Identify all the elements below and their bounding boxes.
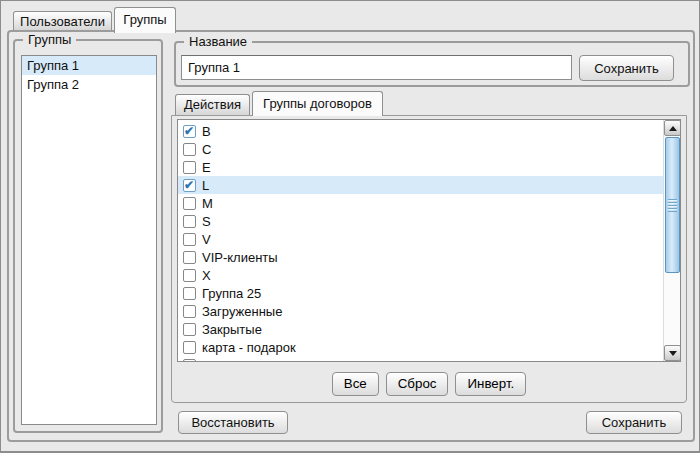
reset-selection-button[interactable]: Сброс	[386, 372, 449, 396]
checkbox-icon[interactable]	[183, 143, 196, 156]
checkbox-icon[interactable]	[183, 179, 196, 192]
checkbox-icon[interactable]	[183, 287, 196, 300]
contract-group-row[interactable]: L	[178, 176, 663, 194]
contract-group-row[interactable]	[178, 356, 663, 361]
tab-users[interactable]: Пользователи	[13, 11, 112, 30]
scrollbar-track[interactable]	[663, 120, 680, 361]
tab-groups[interactable]: Группы	[114, 7, 176, 33]
contract-group-row[interactable]: Группа 25	[178, 284, 663, 302]
checkbox-icon[interactable]	[183, 341, 196, 354]
group-list-item[interactable]: Группа 1	[22, 56, 156, 75]
checkbox-icon[interactable]	[183, 161, 196, 174]
checkbox-icon[interactable]	[183, 305, 196, 318]
invert-selection-button[interactable]: Инверт.	[455, 372, 526, 396]
save-button[interactable]: Сохранить	[586, 411, 682, 434]
contract-group-label: E	[202, 160, 211, 175]
groups-groupbox-title: Группы	[23, 32, 76, 48]
contract-groups-list: BCELMSVVIP-клиентыXГруппа 25ЗагруженныеЗ…	[177, 119, 681, 362]
contract-group-row[interactable]: Закрытые	[178, 320, 663, 338]
arrow-down-icon	[669, 351, 677, 356]
tab-contract-groups[interactable]: Группы договоров	[252, 91, 383, 116]
contract-group-label: V	[202, 232, 211, 247]
checkbox-icon[interactable]	[183, 215, 196, 228]
arrow-up-icon	[669, 126, 677, 131]
select-all-button[interactable]: Все	[332, 372, 379, 396]
scrollbar-grip-icon	[668, 199, 677, 212]
contract-group-label: B	[202, 124, 211, 139]
selection-actions: Все Сброс Инверт.	[171, 372, 687, 396]
contract-group-row[interactable]: V	[178, 230, 663, 248]
contract-group-label: L	[202, 178, 209, 193]
contract-group-row[interactable]: B	[178, 122, 663, 140]
contract-group-label: S	[202, 214, 211, 229]
contract-group-label: Загруженные	[202, 304, 282, 319]
groups-list[interactable]: Группа 1Группа 2	[21, 55, 157, 425]
contract-group-row[interactable]: VIP-клиенты	[178, 248, 663, 266]
contract-group-label: X	[202, 268, 211, 283]
checkbox-icon[interactable]	[183, 269, 196, 282]
checkbox-icon[interactable]	[183, 323, 196, 336]
save-name-button[interactable]: Сохранить	[579, 55, 674, 81]
tab-actions[interactable]: Действия	[175, 94, 250, 115]
checkbox-icon[interactable]	[183, 233, 196, 246]
contract-group-row[interactable]: карта - подарок	[178, 338, 663, 356]
contract-group-row[interactable]: C	[178, 140, 663, 158]
contract-group-row[interactable]: M	[178, 194, 663, 212]
checkbox-icon[interactable]	[183, 251, 196, 264]
contract-group-row[interactable]: S	[178, 212, 663, 230]
group-name-input[interactable]	[181, 55, 572, 80]
application-window: Пользователи Группы Группы Группа 1Групп…	[0, 0, 700, 453]
scrollbar-thumb[interactable]	[665, 137, 680, 273]
checkbox-icon[interactable]	[183, 197, 196, 210]
group-list-item[interactable]: Группа 2	[22, 75, 156, 94]
contract-group-label: карта - подарок	[202, 340, 296, 355]
contract-group-label: M	[202, 196, 213, 211]
restore-button[interactable]: Восстановить	[178, 411, 288, 434]
scroll-up-button[interactable]	[664, 120, 681, 136]
contract-group-label: VIP-клиенты	[202, 250, 278, 265]
contract-group-label: Группа 25	[202, 286, 261, 301]
name-groupbox-title: Название	[184, 34, 252, 50]
contract-groups-rows[interactable]: BCELMSVVIP-клиентыXГруппа 25ЗагруженныеЗ…	[178, 120, 663, 361]
contract-group-row[interactable]: X	[178, 266, 663, 284]
contract-group-row[interactable]: E	[178, 158, 663, 176]
contract-group-row[interactable]: Загруженные	[178, 302, 663, 320]
contract-group-label: Закрытые	[202, 322, 262, 337]
contract-group-label: C	[202, 142, 211, 157]
checkbox-icon[interactable]	[183, 359, 196, 362]
scroll-down-button[interactable]	[664, 345, 681, 361]
checkbox-icon[interactable]	[183, 125, 196, 138]
